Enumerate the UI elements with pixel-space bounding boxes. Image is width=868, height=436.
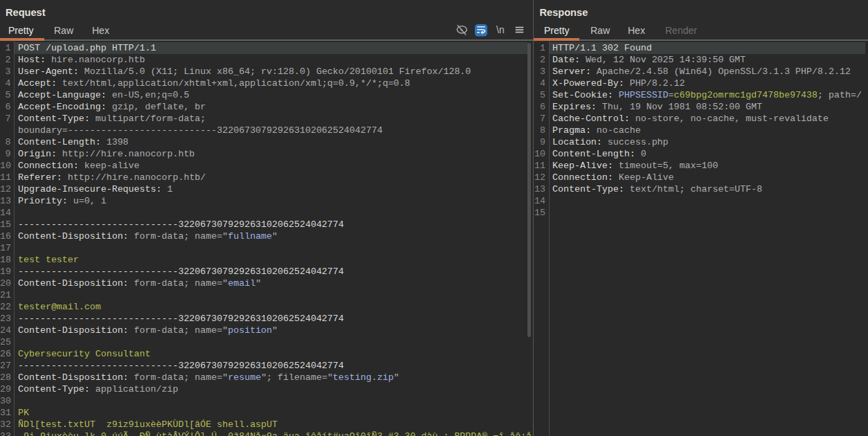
svg-text:\n: \n: [496, 24, 505, 35]
